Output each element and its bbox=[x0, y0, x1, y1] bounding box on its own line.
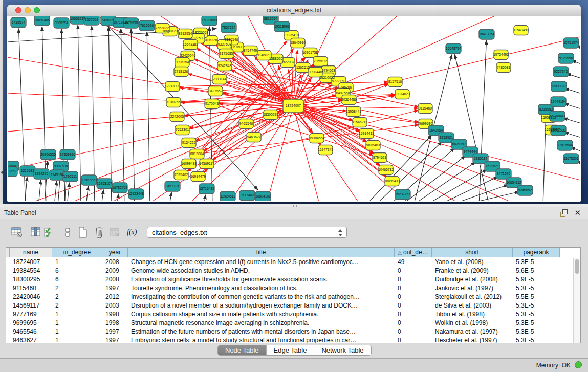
table-cell[interactable]: Structural magnetic resonance image aver… bbox=[128, 319, 395, 327]
scrollbar-thumb[interactable] bbox=[575, 259, 579, 274]
graph-edge[interactable] bbox=[564, 104, 580, 115]
table-row[interactable]: 1872400712008Changes of HCN gene express… bbox=[6, 258, 574, 267]
table-cell[interactable]: 9465546 bbox=[10, 327, 52, 336]
edit-column-icon[interactable] bbox=[30, 226, 43, 239]
table-cell[interactable]: Wolkin et al. (1998) bbox=[432, 319, 513, 327]
table-cell[interactable]: Jankovic et al. (1997) bbox=[432, 284, 513, 293]
table-cell[interactable]: Franke et al. (2009) bbox=[432, 267, 513, 275]
table-cell[interactable]: 14569117 bbox=[10, 301, 52, 310]
table-cell[interactable]: 0 bbox=[395, 310, 432, 319]
table-cell[interactable]: 5.3E-5 bbox=[513, 301, 560, 310]
table-selector-dropdown[interactable]: citations_edges.txt bbox=[147, 227, 347, 238]
table-cell[interactable]: 1 bbox=[53, 310, 102, 319]
column-header-title[interactable]: title bbox=[128, 248, 395, 257]
table-cell[interactable]: 5.3E-5 bbox=[513, 327, 560, 336]
new-table-icon[interactable] bbox=[77, 226, 90, 239]
table-cell[interactable]: 0 bbox=[395, 275, 432, 284]
table-row[interactable]: 1456911722003Disruption of a novel membe… bbox=[6, 301, 574, 310]
tab-edge-table[interactable]: Edge Table bbox=[267, 345, 315, 355]
table-cell[interactable]: 5.3E-5 bbox=[513, 319, 560, 327]
table-cell[interactable]: Investigating the contribution of common… bbox=[128, 293, 395, 301]
table-cell[interactable]: 5.3E-5 bbox=[513, 336, 560, 343]
table-cell[interactable]: 0 bbox=[395, 301, 432, 310]
table-header-row[interactable]: namein_degreeyeartitle△out_de…shortpager… bbox=[6, 248, 580, 258]
graph-edge[interactable] bbox=[117, 194, 119, 201]
graph-edge[interactable] bbox=[101, 190, 103, 201]
table-cell[interactable]: 2 bbox=[53, 293, 102, 301]
table-row[interactable]: 946554611997Estimation of the future num… bbox=[6, 327, 574, 336]
graph-edge[interactable] bbox=[108, 27, 112, 201]
table-cell[interactable]: 9699695 bbox=[10, 319, 52, 327]
table-cell[interactable]: 0 bbox=[395, 293, 432, 301]
graph-edge[interactable] bbox=[567, 74, 580, 85]
memory-status-icon[interactable] bbox=[575, 361, 582, 368]
table-cell[interactable]: 1997 bbox=[103, 327, 128, 336]
table-cell[interactable]: 2012 bbox=[103, 293, 128, 301]
splitter-grip-icon[interactable] bbox=[292, 205, 297, 207]
table-cell[interactable]: 2 bbox=[53, 284, 102, 293]
graph-edge[interactable] bbox=[455, 55, 489, 201]
graph-edge[interactable] bbox=[437, 177, 498, 201]
table-type-segmented-control[interactable]: Node TableEdge TableNetwork Table bbox=[217, 345, 372, 356]
graph-edge[interactable] bbox=[86, 186, 89, 201]
column-header-name[interactable]: name bbox=[10, 248, 52, 257]
table-cell[interactable]: 22420046 bbox=[10, 293, 52, 301]
table-cell[interactable]: Nakamura et al. (1997) bbox=[432, 327, 513, 336]
table-cell[interactable]: 5.3E-5 bbox=[513, 284, 560, 293]
table-cell[interactable]: 0 bbox=[395, 319, 432, 327]
select-all-rows-icon[interactable] bbox=[43, 226, 56, 239]
table-cell[interactable]: 1997 bbox=[103, 284, 128, 293]
table-cell[interactable]: Estimation of significance thresholds fo… bbox=[128, 275, 395, 284]
function-builder-icon[interactable]: f(x) bbox=[127, 228, 137, 236]
table-cell[interactable]: 18724007 bbox=[10, 258, 52, 267]
table-cell[interactable]: 5.6E-5 bbox=[513, 267, 560, 275]
close-panel-icon[interactable]: ✕ bbox=[574, 208, 581, 217]
table-cell[interactable]: 6 bbox=[53, 275, 102, 284]
column-header-short[interactable]: short bbox=[432, 248, 513, 257]
table-cell[interactable]: 9777169 bbox=[10, 310, 52, 319]
tab-network-table[interactable]: Network Table bbox=[314, 345, 371, 355]
table-cell[interactable]: 1 bbox=[53, 258, 102, 267]
table-cell[interactable]: Genome-wide association studies in ADHD. bbox=[128, 267, 395, 275]
graph-edge[interactable] bbox=[564, 89, 580, 100]
table-cell[interactable]: Tourette syndrome. Phenomenology and cla… bbox=[128, 284, 395, 293]
table-cell[interactable]: 0 bbox=[395, 267, 432, 275]
panel-collapse-arrow[interactable] bbox=[1, 171, 3, 174]
graph-edge[interactable] bbox=[38, 180, 41, 201]
table-cell[interactable]: de Silva et al. (2003) bbox=[432, 301, 513, 310]
table-cell[interactable]: 5.3E-5 bbox=[513, 258, 560, 267]
table-row[interactable]: 946362711997Embryonic stem cells: a mode… bbox=[6, 336, 574, 343]
table-cell[interactable]: 2008 bbox=[103, 275, 128, 284]
graph-edge[interactable] bbox=[425, 169, 487, 201]
window-titlebar[interactable]: citations_edges.txt bbox=[7, 5, 581, 16]
table-row[interactable]: 911546021997Tourette syndrome. Phenomeno… bbox=[6, 284, 574, 293]
table-cell[interactable]: 2008 bbox=[103, 258, 128, 267]
table-row[interactable]: 2242004622012Investigating the contribut… bbox=[6, 293, 574, 301]
table-cell[interactable]: 2003 bbox=[103, 301, 128, 310]
table-cell[interactable]: Hescheler et al. (1997) bbox=[432, 336, 513, 343]
graph-edge[interactable] bbox=[204, 195, 206, 201]
table-row[interactable]: 1830029562008Estimation of significance … bbox=[6, 275, 574, 284]
graph-edge[interactable] bbox=[147, 32, 150, 201]
table-row[interactable]: 969969511998Structural magnetic resonanc… bbox=[6, 319, 574, 327]
table-cell[interactable]: 5.5E-5 bbox=[513, 293, 560, 301]
table-cell[interactable]: 18300295 bbox=[10, 275, 52, 284]
table-cell[interactable]: 1998 bbox=[103, 319, 128, 327]
graph-edge[interactable] bbox=[54, 181, 57, 201]
column-header-pagerank[interactable]: pagerank bbox=[513, 248, 560, 257]
table-cell[interactable]: 0 bbox=[395, 284, 432, 293]
table-cell[interactable]: Disruption of a novel member of a sodium… bbox=[128, 301, 395, 310]
table-row[interactable]: 977716911998Corpus callosum shape and si… bbox=[6, 310, 574, 319]
graph-edge[interactable] bbox=[131, 29, 135, 201]
table-cell[interactable]: 6 bbox=[53, 267, 102, 275]
graph-edge[interactable] bbox=[169, 192, 171, 201]
table-cell[interactable]: 1998 bbox=[103, 310, 128, 319]
table-cell[interactable]: 1 bbox=[53, 319, 102, 327]
table-cell[interactable]: 1 bbox=[53, 327, 102, 336]
float-panel-icon[interactable] bbox=[560, 209, 568, 216]
network-canvas[interactable]: 1872400719325419186409101696175879558126… bbox=[8, 16, 580, 201]
table-cell[interactable]: Dudbridge et al. (2008) bbox=[432, 275, 513, 284]
table-cell[interactable]: Tibbo et al. (1998) bbox=[432, 310, 513, 319]
graph-edge[interactable] bbox=[460, 192, 519, 201]
table-mode-icon[interactable] bbox=[11, 226, 24, 239]
